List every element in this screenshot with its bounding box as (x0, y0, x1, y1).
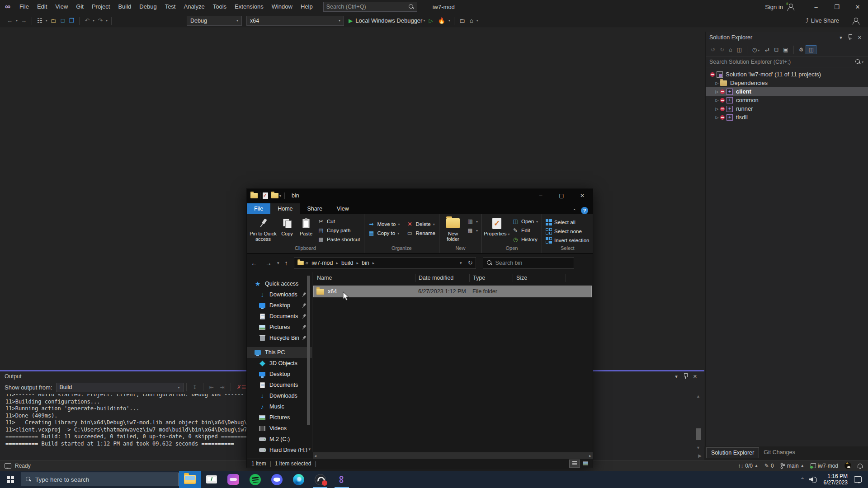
debug-target-dropdown[interactable]: ▾ (422, 19, 426, 23)
qat-customize-dropdown[interactable]: ▾ (278, 194, 282, 198)
nav-drive-h[interactable]: Hard Drive (H:) (247, 445, 312, 452)
undo-icon[interactable]: ↶ (82, 17, 92, 24)
taskbar-task-manager[interactable] (201, 471, 222, 488)
sign-in-person-icon[interactable]: + (787, 3, 794, 10)
action-center-icon[interactable] (854, 476, 862, 483)
scroll-up-icon[interactable]: ▲ (695, 394, 702, 399)
solution-platform-dropdown[interactable]: x64▾ (246, 16, 344, 26)
vs-restore-button[interactable]: ❐ (826, 0, 847, 14)
sign-in-button[interactable]: Sign in (765, 4, 783, 10)
help-icon[interactable]: ? (581, 207, 588, 214)
volume-icon[interactable] (809, 476, 818, 483)
column-type[interactable]: Type (469, 275, 513, 281)
address-bar[interactable]: « iw7-mod ▸ build ▸ bin ▸ ▾ ↻ (294, 257, 476, 269)
undo-dropdown[interactable]: ▾ (92, 19, 95, 23)
expand-arrow-icon[interactable]: ▷ (714, 115, 720, 120)
column-date-modified[interactable]: Date modified (415, 275, 469, 281)
minimize-ribbon-icon[interactable]: ⌃ (573, 208, 576, 213)
find-in-files-icon[interactable]: 🗀 (457, 17, 467, 24)
new-project-dropdown[interactable]: ▾ (45, 19, 48, 23)
nav-3d-objects[interactable]: 3D Objects (247, 358, 312, 369)
se-forward-icon[interactable]: ↻ (717, 46, 726, 54)
tab-solution-explorer[interactable]: Solution Explorer (706, 447, 759, 458)
taskbar-file-explorer[interactable] (179, 471, 201, 488)
pin-to-quick-access-button[interactable]: Pin to Quick access (249, 216, 278, 242)
details-view-button[interactable] (569, 460, 580, 468)
navigate-forward-icon[interactable]: → (19, 17, 29, 24)
output-vertical-scrollbar[interactable]: ▲ ▼ (695, 394, 702, 451)
se-home-icon[interactable]: ⌂ (726, 46, 734, 54)
save-all-icon[interactable]: ❐ (67, 17, 77, 24)
column-size[interactable]: Size (513, 275, 566, 281)
menu-view[interactable]: View (51, 0, 72, 14)
search-options-dropdown[interactable]: ▾ (861, 60, 864, 64)
hot-reload-icon[interactable]: 🔥 (436, 17, 448, 24)
move-to-button[interactable]: ➡Move to▾ (366, 220, 402, 229)
expand-arrow-icon[interactable]: ▷ (714, 81, 720, 85)
taskbar-obs[interactable] (309, 471, 331, 488)
refresh-icon[interactable]: ↻ (468, 259, 473, 266)
taskbar-visual-studio[interactable]: ∞ (331, 471, 353, 488)
explorer-search-input[interactable] (495, 260, 570, 266)
taskbar-discord[interactable] (266, 471, 288, 488)
start-debugging-button[interactable]: Local Windows Debugger (355, 17, 422, 24)
solution-configuration-dropdown[interactable]: Debug▾ (187, 16, 242, 26)
se-switch-views-icon[interactable]: ◫ (734, 46, 744, 54)
taskbar-spotify[interactable] (244, 471, 266, 488)
explorer-maximize-button[interactable]: ▢ (551, 189, 572, 202)
tab-view[interactable]: View (330, 203, 356, 214)
address-dropdown-icon[interactable]: ▾ (458, 261, 463, 265)
menu-window[interactable]: Window (268, 0, 297, 14)
window-position-dropdown-icon[interactable]: ▾ (837, 35, 845, 41)
horizontal-scrollbar[interactable]: ◂ ▸ (313, 452, 593, 459)
toolbar-overflow-icon[interactable]: ▾ (476, 19, 479, 23)
taskbar-search-box[interactable] (21, 473, 179, 486)
delete-button[interactable]: ✕Delete▾ (404, 220, 437, 229)
expand-arrow-icon[interactable]: ▷ (714, 98, 720, 103)
next-message-icon[interactable]: ⇥ (217, 384, 228, 390)
vs-search-box[interactable] (323, 2, 417, 12)
column-name[interactable]: Name (312, 275, 415, 281)
window-position-dropdown-icon[interactable]: ▾ (672, 374, 680, 380)
tab-home[interactable]: Home (270, 203, 300, 214)
start-button[interactable] (0, 471, 21, 488)
tab-share[interactable]: Share (300, 203, 330, 214)
copy-path-button[interactable]: ▤Copy path (316, 226, 362, 235)
git-sync-status[interactable]: ↑↓ 0/0▲ (738, 463, 758, 469)
tree-row-runner[interactable]: ▷ + runner (706, 104, 868, 113)
nav-desktop[interactable]: Desktop (247, 300, 312, 311)
history-button[interactable]: ◷History (510, 235, 540, 244)
previous-message-icon[interactable]: ⇤ (206, 384, 217, 390)
feedback-bubble-icon[interactable] (5, 463, 11, 469)
git-pending-edits[interactable]: ✎ 0 (764, 463, 774, 469)
menu-git[interactable]: Git (72, 0, 88, 14)
cut-button[interactable]: ✂Cut (316, 217, 362, 226)
vs-search-input[interactable] (326, 4, 409, 10)
open-button[interactable]: ◫Open▾ (510, 217, 540, 226)
hidden-icons-chevron[interactable]: ⌃ (796, 477, 809, 483)
breadcrumb-build[interactable]: build (340, 260, 355, 266)
expand-arrow-icon[interactable]: ▷ (714, 107, 720, 111)
live-share-button[interactable]: Live Share (811, 17, 839, 24)
output-source-dropdown[interactable]: Build▾ (56, 383, 184, 392)
scroll-right-icon[interactable]: ▶ (698, 453, 702, 458)
paste-shortcut-button[interactable]: ▩Paste shortcut (316, 235, 362, 244)
pin-icon[interactable] (845, 34, 855, 41)
nav-recycle-bin[interactable]: Recycle Bin (247, 333, 312, 343)
large-icons-view-button[interactable] (580, 460, 591, 468)
nav-drive-c[interactable]: M.2 (C:) (247, 434, 312, 445)
up-icon[interactable]: ↑ (281, 259, 292, 267)
edit-button[interactable]: ✎Edit (510, 226, 540, 235)
solution-explorer-home-icon[interactable]: ⌂ (467, 17, 476, 24)
close-icon[interactable]: ✕ (690, 374, 700, 380)
qat-properties-icon[interactable] (263, 192, 268, 199)
scroll-left-icon[interactable]: ◂ (314, 453, 316, 458)
se-preview-selected-items-icon[interactable]: ◫ (806, 45, 816, 54)
vs-minimize-button[interactable]: – (806, 0, 826, 14)
nav-music[interactable]: ♪ Music (247, 401, 312, 412)
tree-row-tlsdll[interactable]: ▷ + tlsdll (706, 113, 868, 122)
explorer-close-button[interactable]: ✕ (572, 189, 593, 202)
menu-debug[interactable]: Debug (135, 0, 160, 14)
taskbar-edge[interactable] (288, 471, 309, 488)
nav-documents[interactable]: Documents (247, 311, 312, 322)
